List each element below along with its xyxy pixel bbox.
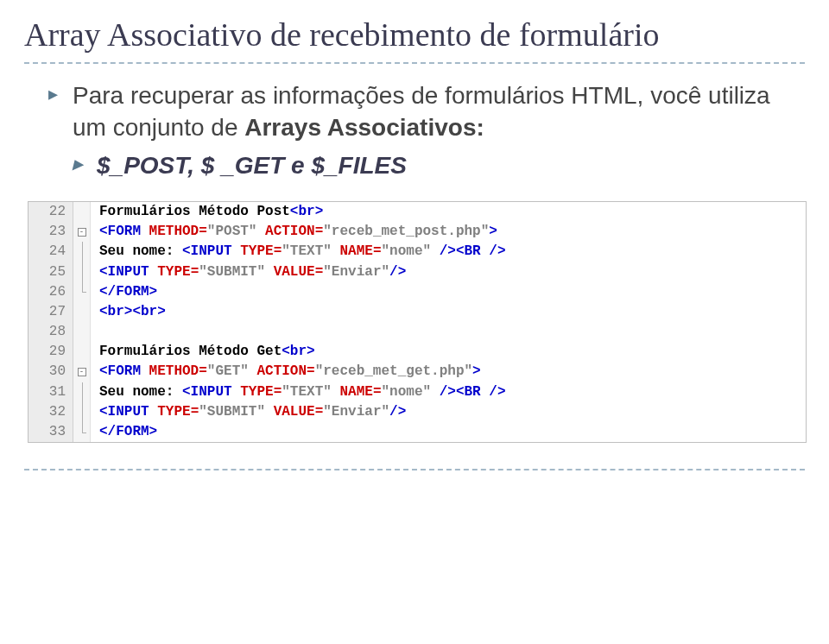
code-content: <br><br> [91, 302, 166, 322]
code-content: </FORM> [91, 282, 157, 302]
fold-toggle-icon[interactable]: - [78, 228, 86, 237]
fold-gutter [73, 322, 91, 342]
code-line: 22Formulários Método Post<br> [28, 202, 806, 222]
code-line: 30-<FORM METHOD="GET" ACTION="receb_met_… [28, 362, 806, 382]
code-line: 23-<FORM METHOD="POST" ACTION="receb_met… [28, 222, 806, 242]
line-number: 30 [28, 362, 73, 382]
code-line: 26</FORM> [28, 282, 806, 302]
fold-toggle-icon[interactable]: - [78, 368, 86, 376]
code-line: 32<INPUT TYPE="SUBMIT" VALUE="Enviar"/> [28, 402, 806, 422]
fold-gutter: - [73, 362, 91, 382]
line-number: 32 [28, 402, 73, 422]
line-number: 25 [28, 262, 73, 282]
line-number: 23 [28, 222, 73, 242]
line-number: 24 [28, 242, 73, 262]
bullet-sub-text: $_POST, $ _GET e $_FILES [97, 152, 407, 179]
code-content: <FORM METHOD="POST" ACTION="receb_met_po… [91, 222, 497, 242]
fold-gutter [73, 382, 91, 402]
fold-gutter: - [73, 222, 91, 242]
fold-gutter [73, 422, 91, 442]
code-line: 28 [28, 322, 806, 342]
line-number: 27 [28, 302, 73, 322]
fold-gutter [73, 262, 91, 282]
code-line: 29Formulários Método Get<br> [28, 342, 806, 362]
line-number: 22 [28, 202, 73, 222]
code-content: <FORM METHOD="GET" ACTION="receb_met_get… [91, 362, 481, 382]
code-block: 22Formulários Método Post<br>23-<FORM ME… [28, 201, 807, 443]
bullet-item-2: $_POST, $ _GET e $_FILES [73, 149, 805, 182]
bullet-text-bold: Arrays Associativos: [244, 114, 484, 141]
code-content: Seu nome: <INPUT TYPE="TEXT" NAME="nome"… [91, 242, 506, 262]
title-divider [24, 62, 805, 64]
code-content: Formulários Método Post<br> [91, 202, 323, 222]
code-line: 31Seu nome: <INPUT TYPE="TEXT" NAME="nom… [28, 382, 806, 402]
line-number: 28 [28, 322, 73, 342]
line-number: 29 [28, 342, 73, 362]
fold-gutter [73, 342, 91, 362]
fold-gutter [73, 402, 91, 422]
line-number: 33 [28, 422, 73, 442]
fold-gutter [73, 282, 91, 302]
line-number: 31 [28, 382, 73, 402]
line-number: 26 [28, 282, 73, 302]
fold-gutter [73, 302, 91, 322]
code-content: Formulários Método Get<br> [91, 342, 315, 362]
code-line: 25<INPUT TYPE="SUBMIT" VALUE="Enviar"/> [28, 262, 806, 282]
code-content: </FORM> [91, 422, 157, 442]
bullet-list: Para recuperar as informações de formulá… [24, 79, 805, 182]
code-content: <INPUT TYPE="SUBMIT" VALUE="Enviar"/> [91, 262, 406, 282]
page-title: Array Associativo de recebimento de form… [24, 16, 805, 55]
code-content: <INPUT TYPE="SUBMIT" VALUE="Enviar"/> [91, 402, 406, 422]
code-line: 27<br><br> [28, 302, 806, 322]
fold-gutter [73, 242, 91, 262]
bullet-item-1: Para recuperar as informações de formulá… [48, 79, 805, 145]
code-line: 33</FORM> [28, 422, 806, 442]
bottom-divider [24, 469, 805, 470]
code-line: 24Seu nome: <INPUT TYPE="TEXT" NAME="nom… [28, 242, 806, 262]
code-content [91, 322, 99, 342]
code-content: Seu nome: <INPUT TYPE="TEXT" NAME="nome"… [91, 382, 506, 402]
fold-gutter [73, 202, 91, 222]
